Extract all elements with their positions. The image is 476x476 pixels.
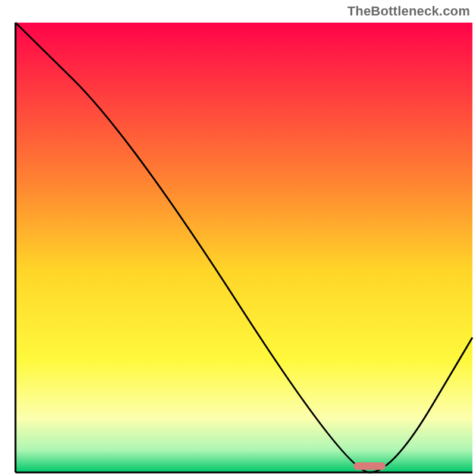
bottleneck-chart bbox=[0, 0, 476, 476]
chart-container: TheBottleneck.com bbox=[0, 0, 476, 476]
attribution-text: TheBottleneck.com bbox=[347, 4, 470, 19]
optimal-marker bbox=[353, 462, 386, 470]
